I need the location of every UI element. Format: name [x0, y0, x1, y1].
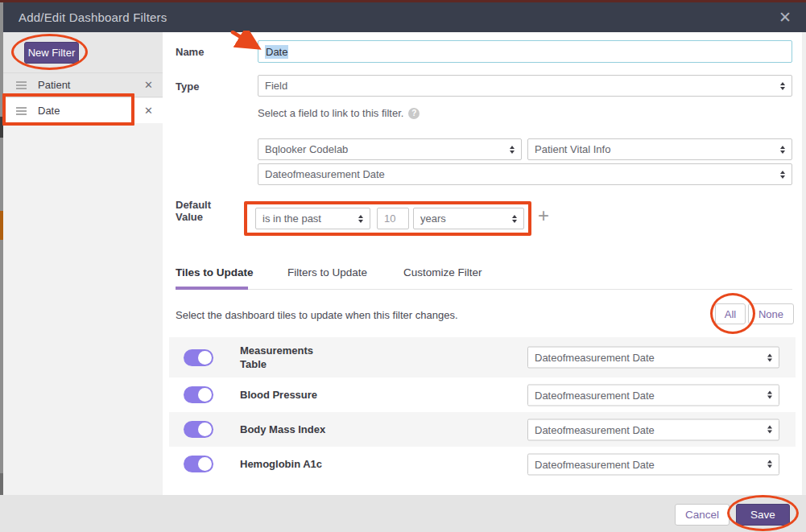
select-arrows-icon [763, 353, 772, 361]
toggle-knob [198, 457, 212, 471]
add-edit-dashboard-filters-dialog: Add/Edit Dashboard Filters ✕ New Filter … [0, 0, 806, 532]
tile-name: Body Mass Index [240, 423, 341, 436]
select-arrows-icon [775, 146, 785, 154]
select-all-button[interactable]: All [715, 303, 746, 324]
active-tab-indicator [176, 287, 248, 290]
tiles-description: Select the dashboard tiles to update whe… [176, 309, 458, 321]
cancel-button[interactable]: Cancel [675, 504, 730, 526]
name-input-value: Date [265, 45, 288, 59]
select-arrows-icon [775, 171, 785, 179]
tile-field-value: Dateofmeasurement Date [535, 389, 655, 401]
select-arrows-icon [505, 146, 515, 154]
field-link-hint: Select a field to link to this filter. ? [258, 107, 420, 119]
type-select[interactable]: Field [258, 75, 792, 97]
toggle-knob [198, 351, 212, 365]
field-select-value: Dateofmeasurement Date [265, 168, 385, 180]
dialog-body: Name Date Type Field Select a field to l… [163, 32, 802, 495]
tile-field-select[interactable]: Dateofmeasurement Date [527, 384, 779, 406]
tile-name: Measurements Table [240, 344, 341, 371]
tile-name: Blood Pressure [240, 388, 341, 402]
drag-handle-icon[interactable] [16, 107, 27, 115]
tile-toggle-on[interactable] [184, 386, 213, 403]
tile-field-value: Dateofmeasurement Date [535, 458, 655, 470]
tile-row-body-mass-index: Body Mass Index Dateofmeasurement Date [169, 412, 796, 447]
tile-name: Hemoglobin A1c [240, 457, 341, 471]
filter-item-label: Patient [38, 79, 70, 91]
save-button[interactable]: Save [736, 504, 790, 526]
default-value-label-line1: Default [176, 199, 211, 211]
explore-select[interactable]: Patient Vital Info [527, 138, 792, 160]
select-arrows-icon [763, 426, 772, 434]
name-input[interactable]: Date [258, 40, 792, 63]
select-arrows-icon [507, 215, 517, 223]
help-icon[interactable]: ? [408, 108, 420, 119]
tile-toggle-on[interactable] [184, 349, 213, 366]
toggle-knob [198, 423, 212, 436]
dialog-footer: Cancel Save [0, 495, 806, 532]
tab-filters-to-update[interactable]: Filters to Update [287, 266, 367, 278]
tabs-divider [176, 289, 792, 290]
remove-filter-icon[interactable]: ✕ [144, 105, 153, 117]
default-condition-select[interactable]: is in the past [255, 208, 370, 229]
default-condition-value: is in the past [262, 212, 321, 225]
tile-row-measurements-table: Measurements Table Dateofmeasurement Dat… [169, 337, 796, 377]
type-select-value: Field [265, 80, 287, 92]
filter-item-label: Date [38, 105, 60, 117]
default-value-label: Default Value [176, 199, 211, 223]
tile-field-select[interactable]: Dateofmeasurement Date [527, 453, 779, 475]
select-arrows-icon [763, 391, 772, 399]
default-amount-input[interactable]: 10 [377, 208, 409, 229]
tile-row-hemoglobin-a1c: Hemoglobin A1c Dateofmeasurement Date [169, 447, 796, 481]
tile-row-blood-pressure: Blood Pressure Dateofmeasurement Date [169, 377, 796, 412]
close-icon[interactable]: ✕ [779, 8, 792, 27]
default-unit-value: years [420, 212, 446, 225]
remove-filter-icon[interactable]: ✕ [144, 79, 153, 91]
field-select[interactable]: Dateofmeasurement Date [258, 163, 792, 185]
dialog-title: Add/Edit Dashboard Filters [3, 10, 167, 24]
tile-toggle-on[interactable] [184, 456, 213, 472]
tab-customize-filter[interactable]: Customize Filter [403, 266, 482, 278]
filters-sidebar: New Filter Patient ✕ Date ✕ [3, 32, 163, 495]
select-arrows-icon [763, 460, 772, 468]
select-arrows-icon [775, 82, 785, 90]
tile-field-value: Dateofmeasurement Date [535, 423, 655, 435]
model-select-value: Bqlooker Codelab [265, 143, 348, 155]
type-label: Type [176, 80, 199, 93]
default-amount-value: 10 [384, 212, 395, 225]
page-edge-right [802, 20, 806, 532]
model-select[interactable]: Bqlooker Codelab [258, 138, 522, 160]
filter-list-item-date[interactable]: Date ✕ [3, 98, 163, 123]
drag-handle-icon[interactable] [16, 81, 27, 89]
name-label: Name [176, 46, 204, 58]
select-none-button[interactable]: None [748, 303, 794, 324]
tile-toggle-on[interactable] [184, 421, 213, 438]
default-unit-select[interactable]: years [413, 208, 524, 229]
filter-list-item-patient[interactable]: Patient ✕ [3, 72, 163, 97]
add-default-value-icon[interactable]: + [538, 204, 549, 227]
toggle-knob [198, 388, 212, 402]
field-link-hint-text: Select a field to link to this filter. [258, 107, 403, 119]
tile-field-select[interactable]: Dateofmeasurement Date [527, 347, 779, 369]
tile-field-value: Dateofmeasurement Date [535, 352, 655, 364]
tile-field-select[interactable]: Dateofmeasurement Date [527, 419, 779, 440]
tab-tiles-to-update[interactable]: Tiles to Update [176, 266, 254, 278]
default-value-label-line2: Value [176, 211, 203, 223]
select-arrows-icon [353, 215, 363, 223]
dialog-header: Add/Edit Dashboard Filters ✕ [3, 2, 806, 32]
explore-select-value: Patient Vital Info [535, 143, 610, 155]
new-filter-button[interactable]: New Filter [24, 42, 79, 64]
